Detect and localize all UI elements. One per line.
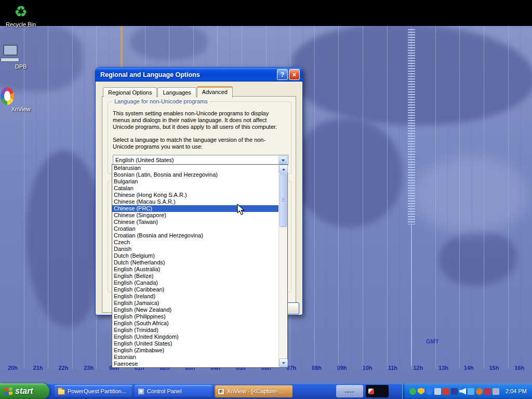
ime-language-icon[interactable] [493, 388, 499, 395]
task-button[interactable]: XnView - [<Capture-... [215, 385, 292, 397]
display-settings-icon[interactable] [434, 388, 441, 395]
group-box-title: Language for non-Unicode programs [112, 98, 210, 104]
timezone-label: 15h [482, 365, 507, 371]
taskbar-mini-toolbar[interactable]: ---- [336, 385, 363, 397]
scroll-up-button[interactable] [279, 165, 288, 174]
dropdown-item[interactable]: Chinese (PRC) [112, 205, 278, 212]
combobox-dropdown-button[interactable] [278, 156, 287, 164]
dropdown-item[interactable]: English (Australia) [112, 266, 278, 273]
dropdown-item[interactable]: English (United Kingdom) [112, 334, 278, 340]
antivirus-icon[interactable] [476, 388, 483, 395]
tray-icons [409, 388, 499, 395]
help-button[interactable]: ? [277, 69, 288, 80]
timezone-label: 13h [431, 365, 456, 371]
security-alert-icon[interactable] [418, 388, 424, 395]
dropdown-item[interactable]: Estonian [112, 354, 278, 361]
description-text: This system setting enables non-Unicode … [113, 110, 285, 130]
dropdown-item[interactable]: Belarusian [112, 165, 278, 171]
meridian-line [411, 224, 412, 366]
scroll-down-button[interactable] [279, 358, 288, 367]
dropdown-scrollbar[interactable] [278, 165, 287, 367]
timezone-label: 23h [76, 365, 101, 371]
dropdown-item[interactable]: Chinese (Taiwan) [112, 219, 278, 225]
dropdown-item[interactable]: English (Zimbabwe) [112, 347, 278, 354]
timezone-label: 22h [51, 365, 76, 371]
dropdown-item[interactable]: English (Trinidad) [112, 327, 278, 334]
dropdown-item[interactable]: Croatian [112, 225, 278, 232]
wallpaper-top-band [0, 0, 532, 26]
timezone-label: 10h [355, 365, 380, 371]
dropdown-item[interactable]: Danish [112, 246, 278, 252]
folder-icon [58, 389, 65, 395]
taskbar-dark-toolbar[interactable] [366, 385, 389, 397]
dropdown-item[interactable]: Bosnian (Latin, Bosnia and Herzegovina) [112, 171, 278, 178]
desktop-icon-laptop[interactable]: DPB [1, 45, 41, 70]
language-dropdown-items: BelarusianBosnian (Latin, Bosnia and Her… [112, 165, 278, 367]
language-dropdown-list: BelarusianBosnian (Latin, Bosnia and Her… [112, 164, 288, 368]
laptop-icon [1, 45, 18, 62]
volume-icon[interactable] [459, 388, 466, 395]
scrollbar-thumb[interactable] [280, 174, 287, 227]
dropdown-item[interactable]: English (Belize) [112, 273, 278, 280]
task-button-label: PowerQuest Partition... [68, 388, 126, 394]
taskbar: start PowerQuest Partition...Control Pan… [0, 383, 532, 399]
tab-advanced[interactable]: Advanced [197, 86, 233, 98]
dropdown-item[interactable]: Dutch (Netherlands) [112, 259, 278, 266]
network-status-icon[interactable] [443, 388, 449, 395]
desktop-icon-label: XnView [1, 106, 41, 112]
dropdown-item[interactable]: Faeroese [112, 361, 278, 367]
scheduler-icon[interactable] [451, 388, 458, 395]
dropdown-item[interactable]: English (United States) [112, 340, 278, 347]
timezone-label: 21h [25, 365, 51, 371]
dialog-tabs: Regional OptionsLanguagesAdvanced [103, 86, 233, 97]
desktop-icon-recycle-bin[interactable]: Recycle Bin [1, 3, 41, 28]
timezone-label: 20h [0, 365, 25, 371]
windows-update-icon[interactable] [426, 388, 433, 395]
dropdown-item[interactable]: English (Ireland) [112, 293, 278, 300]
taskbar-tasks: PowerQuest Partition...Control PanelXnVi… [55, 385, 292, 397]
dropdown-item[interactable]: English (Canada) [112, 280, 278, 286]
firewall-icon[interactable] [484, 388, 491, 395]
desktop-icon-label: DPB [1, 63, 41, 70]
tab-languages[interactable]: Languages [157, 87, 196, 97]
battery-icon[interactable] [468, 388, 474, 395]
xnview-icon [1, 87, 14, 105]
combobox-value: English (United States) [115, 157, 174, 163]
dropdown-item[interactable]: English (Philippines) [112, 313, 278, 320]
toolbar-app-icon [368, 389, 374, 394]
timezone-label: 11h [380, 365, 405, 371]
dropdown-item[interactable]: Croatian (Bosnia and Herzegovina) [112, 232, 278, 239]
triangle-down-icon [282, 362, 285, 366]
start-button[interactable]: start [0, 383, 49, 399]
tab-regional-options[interactable]: Regional Options [103, 87, 157, 97]
timezone-label: 08h [304, 365, 329, 371]
dropdown-item[interactable]: Catalan [112, 185, 278, 192]
system-tray: 2:04 PM [402, 383, 532, 399]
dropdown-item[interactable]: Dutch (Belgium) [112, 252, 278, 259]
desktop-icon-label: Recycle Bin [1, 21, 41, 28]
dropdown-item[interactable]: English (New Zealand) [112, 307, 278, 313]
task-button[interactable]: Control Panel [135, 385, 212, 397]
control-panel-icon [138, 388, 144, 395]
timezone-label: 12h [405, 365, 431, 371]
dropdown-item[interactable]: English (Caribbean) [112, 286, 278, 293]
close-button[interactable]: × [289, 69, 300, 80]
task-button-label: XnView - [<Capture-... [227, 388, 283, 394]
task-button[interactable]: PowerQuest Partition... [55, 385, 132, 397]
safely-remove-icon[interactable] [409, 388, 416, 395]
taskbar-clock[interactable]: 2:04 PM [506, 388, 527, 394]
instruction-text: Select a language to match the language … [113, 137, 285, 150]
dropdown-item[interactable]: Czech [112, 239, 278, 246]
windows-flag-icon [5, 387, 12, 395]
desktop-icon-xnview[interactable]: XnView [1, 87, 41, 112]
dropdown-item[interactable]: Chinese (Macau S.A.R.) [112, 198, 278, 205]
dialog-titlebar[interactable]: Regional and Language Options ? × [96, 68, 302, 82]
language-combobox[interactable]: English (United States) [113, 155, 288, 165]
timezone-label: 16h [507, 365, 532, 371]
timezone-label: 09h [329, 365, 355, 371]
dropdown-item[interactable]: Chinese (Singapore) [112, 212, 278, 219]
dropdown-item[interactable]: Bulgarian [112, 178, 278, 185]
dropdown-item[interactable]: English (Jamaica) [112, 300, 278, 307]
dropdown-item[interactable]: Chinese (Hong Kong S.A.R.) [112, 192, 278, 198]
dropdown-item[interactable]: English (South Africa) [112, 320, 278, 327]
